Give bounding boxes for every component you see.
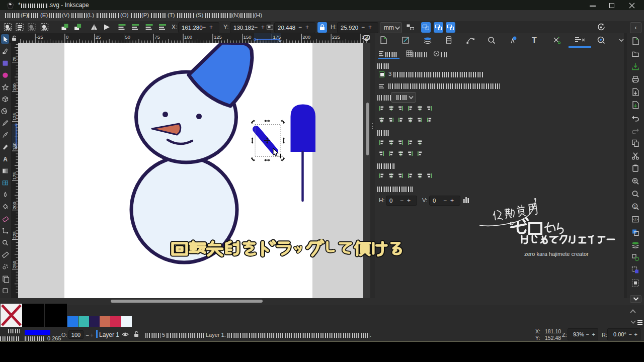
svg-text:200: 200	[302, 34, 310, 40]
svg-text:150: 150	[244, 34, 252, 40]
svg-text:175: 175	[273, 34, 281, 40]
svg-text:225: 225	[12, 231, 17, 239]
svg-text:200: 200	[12, 202, 17, 209]
svg-text:125: 125	[214, 34, 222, 40]
svg-text:175: 175	[12, 172, 17, 179]
svg-text:</>: </>	[633, 217, 638, 222]
svg-text:-25: -25	[36, 34, 43, 40]
svg-text:225: 225	[332, 34, 340, 40]
svg-text:50: 50	[125, 34, 131, 40]
svg-text:25: 25	[96, 34, 101, 40]
svg-text:150: 150	[12, 143, 17, 150]
svg-text:75: 75	[12, 56, 17, 61]
svg-text:1: 1	[634, 205, 636, 208]
svg-text:A: A	[3, 156, 8, 163]
svg-text:0: 0	[66, 34, 68, 40]
svg-text:100: 100	[12, 83, 17, 91]
svg-text:250: 250	[12, 261, 17, 268]
svg-text:zero kara hajimete creator: zero kara hajimete creator	[524, 251, 589, 257]
svg-text:100: 100	[184, 34, 192, 40]
svg-text:125: 125	[12, 113, 17, 121]
svg-text:75: 75	[154, 34, 160, 40]
